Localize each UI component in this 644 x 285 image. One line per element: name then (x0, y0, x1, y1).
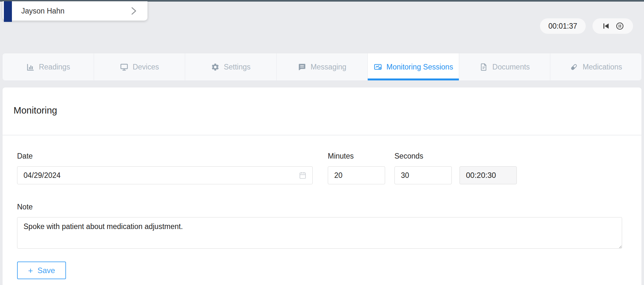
monitor-icon (120, 63, 128, 71)
duration-display: 00:20:30 (459, 166, 517, 184)
tab-readings[interactable]: Readings (3, 53, 94, 80)
calendar-icon[interactable] (298, 171, 307, 179)
pause-circle-icon (616, 22, 624, 30)
tab-bar: Readings Devices Settings Messaging Moni… (3, 53, 641, 80)
note-textarea[interactable]: Spoke with patient about medication adju… (17, 217, 622, 249)
tab-medications[interactable]: Medications (550, 53, 641, 80)
minutes-input[interactable] (328, 166, 385, 184)
document-icon (479, 63, 488, 71)
save-button[interactable]: + Save (17, 262, 66, 279)
chevron-right-icon (129, 5, 138, 17)
monitoring-panel: Monitoring Date Minutes Seconds 00:20:30… (3, 87, 641, 285)
tab-messaging[interactable]: Messaging (277, 53, 368, 80)
patient-color-bar (4, 1, 12, 22)
seconds-label: Seconds (394, 152, 423, 161)
page-title: Monitoring (14, 105, 57, 116)
tab-settings[interactable]: Settings (185, 53, 277, 80)
date-label: Date (17, 152, 33, 161)
timer-controls (592, 18, 633, 34)
date-input[interactable] (17, 171, 298, 180)
tab-devices[interactable]: Devices (94, 53, 185, 80)
restart-timer-button[interactable] (601, 22, 610, 31)
patient-card[interactable]: Jayson Hahn (3, 1, 147, 21)
session-timer: 00:01:37 (540, 18, 586, 34)
gear-icon (211, 63, 220, 71)
message-icon (298, 63, 306, 71)
bar-chart-icon (26, 63, 35, 71)
seconds-input[interactable] (394, 166, 452, 184)
pill-icon (570, 63, 578, 71)
note-label: Note (17, 203, 33, 211)
patient-name: Jayson Hahn (21, 7, 64, 15)
plus-icon: + (28, 266, 33, 275)
save-button-label: Save (37, 266, 55, 275)
monitoring-icon (374, 63, 382, 71)
date-field-wrap (17, 166, 313, 184)
session-timer-value: 00:01:37 (548, 22, 577, 31)
tab-monitoring-sessions[interactable]: Monitoring Sessions (368, 53, 459, 80)
minutes-label: Minutes (328, 152, 354, 161)
title-divider (3, 135, 641, 135)
pause-timer-button[interactable] (615, 22, 624, 31)
skip-back-icon (601, 22, 610, 30)
tab-documents[interactable]: Documents (459, 53, 551, 80)
